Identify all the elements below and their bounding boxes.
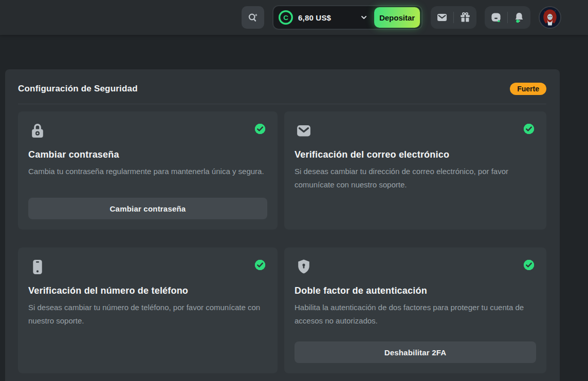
gift-icon	[459, 11, 471, 24]
disable-2fa-button[interactable]: Deshabilitar 2FA	[295, 341, 536, 363]
mail-icon	[436, 11, 448, 24]
mail-gift-group	[431, 6, 476, 29]
deposit-button[interactable]: Depositar	[374, 7, 420, 28]
notifications-button[interactable]	[508, 6, 530, 29]
search-icon	[247, 11, 259, 24]
wallet-selector[interactable]: C 6,80 US$ Depositar	[272, 5, 422, 30]
phone-icon	[28, 258, 47, 276]
verified-badge-icon	[522, 122, 536, 136]
mail-icon	[295, 122, 313, 140]
chat-bell-group	[485, 6, 530, 29]
header-divider	[18, 104, 546, 104]
verified-badge-icon	[522, 258, 536, 272]
panel-header: Configuración de Seguridad Fuerte	[18, 83, 546, 95]
avatar[interactable]	[539, 6, 561, 29]
mail-button[interactable]	[431, 6, 453, 29]
bell-icon	[513, 11, 525, 24]
email-verification-card: Verificación del correo electrónico Si d…	[284, 111, 546, 230]
two-factor-card: Doble factor de autenticación Habilita l…	[284, 247, 546, 373]
verified-badge-icon	[253, 258, 267, 272]
balance-amount: 6,80 US$	[298, 13, 331, 22]
card-title: Doble factor de autenticación	[295, 285, 536, 296]
chat-button[interactable]	[485, 6, 507, 29]
card-title: Cambiar contraseña	[28, 149, 267, 160]
password-strength-badge: Fuerte	[510, 83, 546, 95]
search-button[interactable]	[242, 6, 264, 29]
chevron-down-icon	[360, 14, 368, 21]
svg-text:C: C	[283, 14, 288, 22]
page-title: Configuración de Seguridad	[18, 84, 138, 94]
card-description: Si deseas cambiar tu número de teléfono,…	[28, 301, 267, 328]
phone-verification-card: Verificación del número de teléfono Si d…	[18, 247, 278, 373]
shield-icon	[295, 258, 313, 276]
security-cards-grid: Cambiar contraseña Cambia tu contraseña …	[18, 111, 546, 373]
card-title: Verificación del número de teléfono	[28, 285, 267, 296]
security-settings-panel: Configuración de Seguridad Fuerte	[5, 69, 560, 381]
verified-badge-icon	[253, 122, 267, 136]
lock-icon	[28, 122, 47, 140]
topbar: C 6,80 US$ Depositar	[0, 0, 588, 35]
card-description: Habilita la autenticación de dos factore…	[295, 301, 536, 328]
card-description: Cambia tu contraseña regularmente para m…	[28, 165, 267, 178]
change-password-card: Cambiar contraseña Cambia tu contraseña …	[18, 111, 278, 230]
security-settings-page: C 6,80 US$ Depositar	[0, 0, 588, 381]
card-description: Si deseas cambiar tu dirección de correo…	[295, 165, 536, 192]
card-title: Verificación del correo electrónico	[295, 149, 536, 160]
change-password-button[interactable]: Cambiar contraseña	[28, 198, 267, 219]
gift-button[interactable]	[454, 6, 476, 29]
coin-icon: C	[278, 10, 293, 25]
chat-icon	[490, 11, 502, 24]
